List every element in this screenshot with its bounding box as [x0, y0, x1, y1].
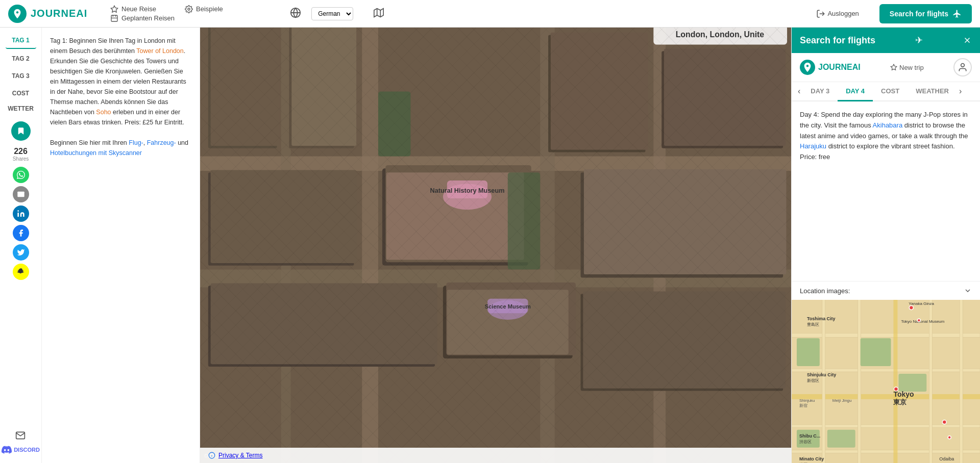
svg-text:Shibu C...: Shibu C...: [799, 433, 820, 439]
svg-rect-7: [200, 157, 791, 171]
sidebar-tab-tag1[interactable]: TAG 1: [6, 33, 36, 49]
user-icon[interactable]: [953, 58, 972, 76]
svg-rect-24: [443, 286, 573, 358]
svg-text:Odaiba: Odaiba: [939, 456, 954, 461]
tab-day4[interactable]: DAY 4: [838, 82, 873, 101]
svg-rect-15: [289, 28, 354, 148]
twitter-share-button[interactable]: [13, 244, 29, 261]
svg-rect-8: [200, 270, 791, 288]
svg-rect-25: [446, 282, 576, 355]
svg-rect-11: [653, 28, 666, 463]
bookmark-button[interactable]: [11, 121, 31, 141]
nav-geplanten[interactable]: Geplanten Reisen: [110, 14, 175, 22]
svg-rect-28: [211, 170, 357, 263]
tokyo-map-view: Toshima City 豊島区 Yanaka Ginza Tokyo Nati…: [792, 300, 980, 463]
right-panel-logo-bar: JOURNEAI New trip: [792, 53, 980, 82]
svg-rect-65: [898, 374, 926, 392]
footer-email-icon[interactable]: [15, 430, 26, 441]
flug-link[interactable]: Flug-: [129, 139, 143, 146]
sidebar-tab-wetter[interactable]: WETTER: [6, 101, 36, 116]
fahrzeug-link[interactable]: Fahrzeug-: [147, 139, 176, 146]
svg-rect-60: [893, 300, 897, 463]
facebook-share-button[interactable]: [13, 225, 29, 241]
svg-rect-33: [581, 294, 783, 391]
hotelbuchungen-link[interactable]: Hotelbuchungen mit Skyscanner: [50, 149, 142, 157]
snapchat-share-button[interactable]: [13, 264, 29, 280]
new-trip-button[interactable]: New trip: [890, 64, 924, 71]
svg-text:Shinjuku: Shinjuku: [799, 398, 815, 403]
location-images-toggle[interactable]: Location images:: [792, 281, 980, 300]
svg-rect-32: [584, 169, 787, 274]
discord-button[interactable]: DISCORD: [2, 445, 40, 455]
svg-rect-9: [362, 28, 378, 463]
globe-icon[interactable]: [290, 7, 301, 20]
logout-button[interactable]: Ausloggen: [816, 9, 859, 18]
svg-rect-13: [208, 28, 277, 148]
svg-text:新宿: 新宿: [799, 403, 807, 408]
nav-neue-reise[interactable]: Neue Reise: [110, 5, 175, 13]
svg-text:Shinjuku City: Shinjuku City: [807, 372, 836, 377]
svg-text:Toshima City: Toshima City: [807, 316, 836, 321]
right-panel-header: Search for flights ✈: [792, 28, 980, 53]
tower-of-london-link[interactable]: Tower of London: [136, 47, 183, 55]
shares-count: 226 Shares: [13, 147, 29, 162]
svg-rect-53: [792, 333, 980, 337]
svg-marker-50: [891, 64, 897, 70]
right-logo-text: JOURNEAI: [818, 63, 861, 72]
svg-text:Science Museum: Science Museum: [485, 303, 531, 310]
top-bar: JOURNEAI Neue Reise Beispiele Geplanten …: [0, 0, 980, 28]
svg-text:London, London, Unite: London, London, Unite: [676, 30, 765, 39]
sidebar-tab-cost[interactable]: COST: [6, 86, 36, 101]
svg-rect-59: [858, 300, 861, 463]
soho-link[interactable]: Soho: [96, 109, 111, 116]
map-3d-view[interactable]: Natural History Museum Science Museum Lo…: [200, 28, 791, 463]
svg-rect-12: [281, 28, 291, 463]
skyscanner-section: Beginnen Sie hier mit Ihren Flug-, Fahrz…: [50, 138, 191, 158]
linkedin-share-button[interactable]: [13, 205, 29, 222]
search-flights-button[interactable]: Search for flights: [879, 4, 972, 23]
svg-text:Minato City: Minato City: [799, 456, 824, 461]
svg-rect-67: [827, 430, 855, 448]
svg-text:Natural History Museum: Natural History Museum: [430, 187, 505, 194]
whatsapp-share-button[interactable]: [13, 167, 29, 183]
svg-text:新宿区: 新宿区: [807, 378, 819, 383]
chevron-down-icon: [964, 287, 972, 295]
svg-rect-30: [211, 284, 437, 365]
svg-point-84: [909, 305, 913, 310]
svg-text:豊島区: 豊島区: [807, 322, 819, 327]
right-map[interactable]: Toshima City 豊島区 Yanaka Ginza Tokyo Nati…: [792, 300, 980, 463]
tab-day3[interactable]: DAY 3: [802, 82, 838, 101]
left-sidebar: TAG 1 TAG 2 TAG 3 COST WETTER 226 Shares: [0, 28, 42, 463]
plane-icon: ✈: [915, 35, 923, 46]
svg-text:東京: 東京: [893, 398, 907, 406]
akihabara-link[interactable]: Akihabara: [873, 121, 903, 129]
svg-text:Meiji Jingu: Meiji Jingu: [832, 398, 852, 403]
day1-text: Tag 1: Beginnen Sie Ihren Tag in London …: [50, 36, 191, 127]
chevron-right[interactable]: ›: [957, 83, 964, 100]
privacy-link[interactable]: Privacy & Terms: [218, 452, 262, 459]
svg-rect-58: [822, 300, 825, 463]
svg-point-88: [948, 436, 951, 439]
nav-items: Neue Reise Beispiele Geplanten Reisen: [110, 5, 249, 22]
svg-text:Tokyo National Museum: Tokyo National Museum: [901, 319, 944, 324]
harajuku-link[interactable]: Harajuku: [800, 142, 826, 150]
right-panel: Search for flights ✈ JOURNEAI New trip: [791, 28, 980, 463]
nav-beispiele[interactable]: Beispiele: [185, 5, 249, 13]
tab-cost[interactable]: COST: [873, 82, 908, 101]
svg-rect-26: [447, 290, 569, 354]
sidebar-tab-tag2[interactable]: TAG 2: [6, 51, 36, 66]
right-panel-title: Search for flights: [800, 35, 875, 46]
day4-content: Day 4: Spend the day exploring the many …: [792, 101, 980, 281]
close-icon[interactable]: [963, 36, 972, 45]
text-panel: Tag 1: Beginnen Sie Ihren Tag in London …: [42, 28, 200, 463]
svg-text:Yanaka Ginza: Yanaka Ginza: [909, 301, 934, 306]
svg-rect-56: [792, 425, 980, 428]
svg-rect-36: [508, 172, 540, 269]
language-selector[interactable]: German English French: [311, 7, 353, 20]
svg-rect-18: [385, 165, 531, 262]
chevron-left[interactable]: ‹: [796, 83, 802, 100]
svg-point-87: [942, 420, 946, 424]
email-share-button[interactable]: [13, 186, 29, 202]
sidebar-tab-tag3[interactable]: TAG 3: [6, 68, 36, 84]
tab-weather[interactable]: WEATHER: [908, 82, 957, 101]
